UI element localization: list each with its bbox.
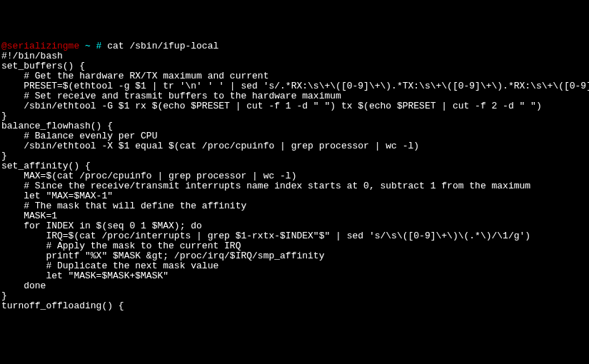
output-line: let "MAX=$MAX-1" xyxy=(1,191,588,201)
output-line: let "MASK=$MASK+$MASK" xyxy=(1,271,588,281)
prompt-path: ~ # xyxy=(79,41,101,51)
output-line: # Get the hardware RX/TX maximum and cur… xyxy=(1,71,588,81)
output-line: } xyxy=(1,111,588,121)
output-line: for INDEX in $(seq 0 1 $MAX); do xyxy=(1,221,588,231)
output-line: # The mask that will define the affinity xyxy=(1,201,588,211)
output-line: MASK=1 xyxy=(1,211,588,221)
output-line: MAX=$(cat /proc/cpuinfo | grep processor… xyxy=(1,171,588,181)
output-line: turnoff_offloading() { xyxy=(1,301,588,311)
output-line: # Duplicate the next mask value xyxy=(1,261,588,271)
output-line: printf "%X" $MASK &gt; /proc/irq/$IRQ/sm… xyxy=(1,251,588,261)
prompt-command: cat /sbin/ifup-local xyxy=(101,41,218,51)
output-line: set_affinity() { xyxy=(1,161,588,171)
output-line: # Apply the mask to the current IRQ xyxy=(1,241,588,251)
output-line: } xyxy=(1,291,588,301)
output-line: balance_flowhash() { xyxy=(1,121,588,131)
output-line: done xyxy=(1,281,588,291)
output-line: # Balance evenly per CPU xyxy=(1,131,588,141)
output-line: #!/bin/bash xyxy=(1,51,588,61)
output-line: # Set receive and trasmit buffers to the… xyxy=(1,91,588,101)
output-line: # Since the receive/transmit interrupts … xyxy=(1,181,588,191)
prompt-user: @serializingme xyxy=(1,41,79,51)
output-line: } xyxy=(1,151,588,161)
output-line: /sbin/ethtool -G $1 rx $(echo $PRESET | … xyxy=(1,101,588,111)
output-line: IRQ=$(cat /proc/interrupts | grep $1-rxt… xyxy=(1,231,588,241)
prompt-line: @serializingme ~ # cat /sbin/ifup-local xyxy=(1,41,588,51)
output-line: /sbin/ethtool -X $1 equal $(cat /proc/cp… xyxy=(1,141,588,151)
output-line: PRESET=$(ethtool -g $1 | tr '\n' ' ' | s… xyxy=(1,81,588,91)
output-line: set_buffers() { xyxy=(1,61,588,71)
